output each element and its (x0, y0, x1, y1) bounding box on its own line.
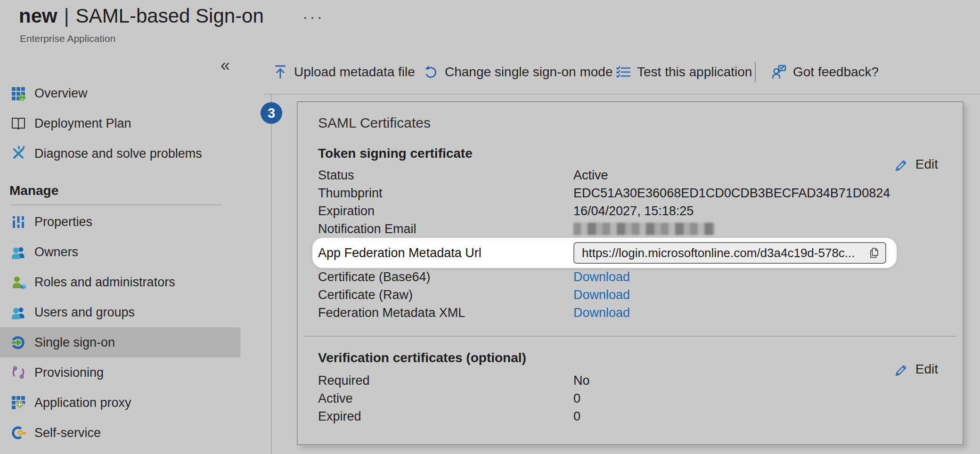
sidebar-item-application-proxy[interactable]: Application proxy (0, 388, 240, 418)
table-row-cert-raw: Certificate (Raw) Download (318, 286, 941, 304)
provisioning-icon (10, 365, 26, 381)
edit-verification-certificates-button[interactable]: Edit (894, 360, 938, 379)
sidebar-item-roles[interactable]: Roles and administrators (0, 267, 240, 297)
row-label: Active (318, 391, 573, 406)
toolbar-separator (755, 62, 756, 82)
card-section-divider (305, 336, 956, 337)
table-row-notification-email: Notification Email (318, 220, 941, 238)
roles-icon (10, 274, 26, 290)
sidebar-item-label: Roles and administrators (34, 275, 175, 290)
step-timeline (271, 94, 272, 454)
card-title: SAML Certificates (318, 114, 941, 132)
row-label: App Federation Metadata Url (318, 246, 573, 260)
edit-pencil-icon (894, 157, 909, 172)
edit-button-label: Edit (915, 157, 938, 172)
users-groups-icon (10, 304, 26, 320)
row-label: Expiration (318, 204, 573, 219)
sidebar-collapse-button[interactable]: « (220, 56, 230, 75)
app-federation-metadata-url-row: App Federation Metadata Url (318, 238, 941, 268)
row-value: 16/04/2027, 15:18:25 (573, 204, 694, 219)
sidebar-item-label: Diagnose and solve problems (34, 146, 202, 161)
sidebar-item-label: Overview (34, 86, 88, 101)
change-sso-mode-button[interactable]: Change single sign-on mode (423, 61, 612, 83)
table-row-expired-count: Expired 0 (318, 407, 941, 425)
saml-certificates-card: SAML Certificates Token signing certific… (297, 101, 964, 445)
sidebar-item-provisioning[interactable]: Provisioning (0, 357, 240, 388)
sidebar-item-properties[interactable]: Properties (0, 207, 240, 237)
row-label: Certificate (Base64) (318, 270, 573, 284)
feedback-icon (771, 64, 787, 80)
table-row-cert-base64: Certificate (Base64) Download (318, 268, 941, 286)
row-value: 0 (573, 391, 580, 406)
sidebar-item-label: Application proxy (34, 396, 131, 410)
toolbar-divider (264, 94, 980, 95)
edit-token-certificate-button[interactable]: Edit (894, 155, 938, 174)
sidebar-group-general: Overview Deployment Plan Diagnose and so… (0, 78, 240, 169)
table-row-active-count: Active 0 (318, 389, 941, 407)
sidebar-item-label: Owners (34, 245, 78, 259)
download-xml-link[interactable]: Download (573, 306, 630, 320)
sidebar-item-label: Deployment Plan (34, 116, 131, 131)
more-menu-button[interactable]: ··· (302, 8, 324, 26)
deployment-plan-icon (10, 115, 26, 131)
row-label: Certificate (Raw) (318, 288, 573, 302)
toolbar-item-label: Test this application (637, 65, 752, 80)
sidebar-item-users-groups[interactable]: Users and groups (0, 297, 240, 327)
token-signing-heading: Token signing certificate (318, 145, 941, 162)
edit-pencil-icon (894, 362, 909, 377)
verification-rows: Required No Active 0 Expired 0 (318, 372, 941, 425)
toolbar-item-label: Got feedback? (793, 65, 879, 80)
download-base64-link[interactable]: Download (573, 270, 630, 284)
properties-icon (10, 214, 26, 230)
copy-icon[interactable] (866, 245, 882, 260)
metadata-url-field-wrap (573, 242, 886, 264)
toolbar-item-label: Upload metadata file (294, 65, 415, 80)
sidebar-item-label: Users and groups (34, 305, 135, 320)
sidebar-item-label: Properties (34, 215, 92, 229)
row-label: Federation Metadata XML (318, 306, 573, 320)
sidebar: « Overview Deployment Plan (0, 0, 240, 454)
sidebar-divider (9, 204, 222, 205)
row-label: Required (318, 373, 573, 388)
overview-icon (10, 85, 26, 101)
table-row-expiration: Expiration 16/04/2027, 15:18:25 (318, 202, 941, 220)
upload-icon (272, 64, 288, 80)
sidebar-item-deployment-plan[interactable]: Deployment Plan (0, 108, 240, 138)
sidebar-group-manage: Properties Owners Roles and administrato… (0, 207, 240, 448)
edit-button-label: Edit (915, 362, 938, 377)
upload-metadata-button[interactable]: Upload metadata file (272, 61, 415, 83)
test-application-icon (615, 64, 631, 80)
row-value: 0 (573, 409, 580, 424)
self-service-icon (10, 425, 26, 441)
row-label: Thumbprint (318, 186, 573, 201)
sidebar-item-label: Single sign-on (34, 335, 115, 350)
metadata-url-input[interactable] (573, 242, 886, 264)
test-application-button[interactable]: Test this application (615, 61, 752, 83)
diagnose-icon (10, 146, 26, 162)
row-value: No (573, 373, 590, 388)
table-row-required: Required No (318, 372, 941, 389)
step-3-badge: 3 (261, 102, 282, 124)
feedback-button[interactable]: Got feedback? (771, 61, 879, 83)
application-proxy-icon (10, 395, 26, 411)
sidebar-item-overview[interactable]: Overview (0, 78, 240, 108)
sidebar-item-diagnose[interactable]: Diagnose and solve problems (0, 138, 240, 169)
sidebar-item-single-sign-on[interactable]: Single sign-on (0, 327, 240, 357)
owners-icon (10, 244, 26, 260)
row-label: Notification Email (318, 222, 573, 236)
single-sign-on-icon (10, 334, 26, 350)
sidebar-item-owners[interactable]: Owners (0, 237, 240, 267)
sidebar-item-self-service[interactable]: Self-service (0, 418, 240, 448)
download-raw-link[interactable]: Download (573, 288, 630, 302)
redacted-email-value (573, 223, 715, 235)
table-row-status: Status Active (318, 166, 941, 184)
row-label: Status (318, 168, 573, 183)
table-row-thumbprint: Thumbprint EDC51A30E36068ED1CD0CDB3BECFA… (318, 184, 941, 202)
verification-heading: Verification certificates (optional) (318, 349, 941, 367)
sidebar-item-label: Provisioning (34, 365, 104, 380)
change-sso-mode-icon (423, 64, 439, 80)
sidebar-section-manage: Manage (9, 180, 58, 201)
token-signing-rows: Status Active Thumbprint EDC51A30E36068E… (318, 166, 941, 322)
row-value: EDC51A30E36068ED1CD0CDB3BECFAD34B71D0824 (573, 186, 890, 201)
toolbar-item-label: Change single sign-on mode (445, 65, 612, 80)
